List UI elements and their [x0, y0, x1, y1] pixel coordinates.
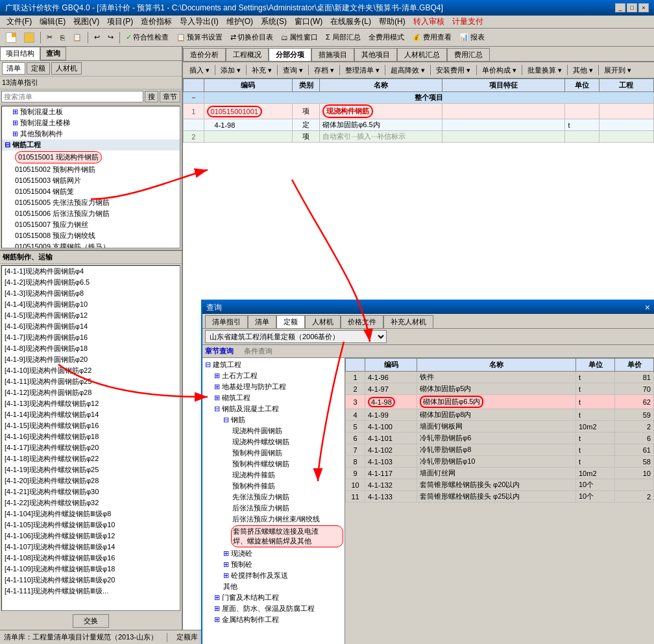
lbottom-item-18[interactable]: [4-1-18]现浇构件螺纹钢筋φ22: [2, 453, 180, 464]
menu-maintain[interactable]: 维护(O): [223, 16, 257, 28]
dialog-tab-supplement-materials[interactable]: 补充人材机: [383, 315, 433, 328]
lbottom-item-3[interactable]: [4-1-3]现浇构件圆钢筋φ8: [2, 288, 180, 299]
lbottom-item-12[interactable]: [4-1-12]现浇构件圆钢筋φ28: [2, 387, 180, 398]
lbottom-item-11[interactable]: [4-1-11]现浇构件圆钢筋φ25: [2, 376, 180, 387]
add-btn[interactable]: 添加 ▾: [217, 64, 245, 77]
dialog-tab-quota[interactable]: 定额: [276, 315, 305, 328]
tree-item-pre-conc-stair[interactable]: ⊞ 预制混凝土楼梯: [2, 117, 180, 128]
tree-item-010515004[interactable]: 010515004 钢筋笼: [2, 186, 180, 197]
tab-query[interactable]: 查询: [40, 47, 66, 60]
dialog-tree-item-steel-concrete[interactable]: ⊟ 钢筋及混凝土工程: [213, 403, 343, 414]
dialog-tree-item-pre-concrete[interactable]: ⊞ 预制砼: [222, 559, 343, 570]
lbottom-item-108[interactable]: [4-1-108]现浇构件螺旋钢筋Ⅲ级φ16: [2, 553, 180, 564]
redo-btn[interactable]: ↪: [104, 30, 117, 45]
table-row-1[interactable]: 1 010515001001 项 现浇构件钢筋: [184, 104, 654, 119]
tree-item-010515007[interactable]: 010515007 预应力钢丝: [2, 219, 180, 230]
lbottom-item-105[interactable]: [4-1-105]现浇构件螺旋钢筋Ⅲ级φ10: [2, 519, 180, 531]
dialog-tree-item-cast-round[interactable]: 现浇构件圆钢筋: [231, 425, 343, 436]
menu-review[interactable]: 转入审核: [409, 16, 448, 28]
tree-item-010515002[interactable]: 010515002 预制构件钢筋: [2, 164, 180, 175]
insert-btn[interactable]: 插入 ▾: [186, 64, 213, 77]
subtab-list[interactable]: 清单: [2, 62, 25, 75]
lbottom-item-15[interactable]: [4-1-15]现浇构件螺纹钢筋φ16: [2, 420, 180, 431]
dialog-tree-item-cast-concrete[interactable]: ⊞ 现浇砼: [222, 548, 343, 559]
dialog-tree-item-concrete-mix[interactable]: ⊞ 砼搅拌制作及泵送: [222, 570, 343, 581]
table-row-2[interactable]: 2 项 自动索引···插入···补信标示: [184, 131, 654, 143]
dialog-tab-price-file[interactable]: 价格文件: [341, 315, 383, 328]
undo-btn[interactable]: ↩: [91, 30, 103, 45]
minimize-btn[interactable]: _: [615, 3, 625, 12]
quota-library-select[interactable]: 山东省建筑工程消耗量定额（2006基价）: [205, 330, 387, 343]
subtab-materials[interactable]: 人材机: [51, 62, 82, 75]
lbottom-item-1[interactable]: [4-1-1]现浇构件圆钢筋φ4: [2, 266, 180, 277]
dialog-tree-item-metal[interactable]: ⊞ 金属结构制作工程: [213, 614, 343, 625]
dialog-row-5[interactable]: 5 4-1-100 墙面钉钢板网 10m2 2: [346, 421, 654, 433]
menu-cost-index[interactable]: 造价指标: [137, 16, 176, 28]
dialog-tree-item-cast-thread[interactable]: 现浇构件螺纹钢筋: [231, 436, 343, 447]
tree-item-010515006[interactable]: 010515006 后张法预应力钢筋: [2, 208, 180, 219]
dialog-tree-item-pre-thread[interactable]: 预制构件螺纹钢筋: [231, 459, 343, 470]
tab-fee-summary[interactable]: 费用汇总: [447, 48, 490, 61]
dialog-row-1[interactable]: 1 4-1-96 铁件 t 81: [346, 372, 654, 383]
lbottom-item-13[interactable]: [4-1-13]现浇构件螺纹钢筋φ12: [2, 398, 180, 409]
lbottom-item-110[interactable]: [4-1-110]现浇构件螺旋钢筋Ⅲ级φ20: [2, 575, 180, 586]
search-input[interactable]: [1, 91, 143, 102]
other-btn[interactable]: 其他 ▾: [569, 64, 597, 77]
lbottom-item-19[interactable]: [4-1-19]现浇构件螺纹钢筋φ25: [2, 464, 180, 475]
dialog-row-2[interactable]: 2 4-1-97 砌体加固筋φ5内 t 70: [346, 383, 654, 395]
lbottom-item-104[interactable]: [4-1-104]现浇构件螺旋钢筋Ⅲ级φ8: [2, 508, 180, 519]
exchange-button[interactable]: 交换: [73, 614, 109, 628]
new-btn[interactable]: [3, 30, 19, 45]
lbottom-item-7[interactable]: [4-1-7]现浇构件圆钢筋φ16: [2, 332, 180, 343]
menu-window[interactable]: 窗口(W): [291, 16, 326, 28]
dialog-tree-item-prestress-wire[interactable]: 后张法预应力钢丝束/钢绞线: [231, 514, 343, 525]
dialog-tree-item-sleeve[interactable]: 套筒挤压螺螺纹连接及电渣焊、螺旋桩钢筋焊及其他: [231, 525, 343, 547]
dialog-tree-item-earthwork[interactable]: ⊞ 土石方工程: [213, 370, 343, 381]
tree-item-010515008[interactable]: 010515008 预应力钢绞线: [2, 230, 180, 241]
lbottom-item-109[interactable]: [4-1-109]现浇构件螺旋钢筋Ⅲ级φ18: [2, 564, 180, 575]
dialog-tree-item-building[interactable]: ⊟ 建筑工程: [204, 359, 343, 370]
tree-item-pre-conc-slab[interactable]: ⊞ 预制混凝土板: [2, 106, 180, 117]
cut-btn[interactable]: ✂: [43, 30, 56, 45]
menu-measure[interactable]: 计量支付: [448, 16, 487, 28]
dialog-tree-item-prestress-post[interactable]: 后张法预应力钢筋: [231, 503, 343, 514]
expand-to-btn[interactable]: 展开到 ▾: [600, 64, 635, 77]
dialog-tree-item-doors[interactable]: ⊞ 门窗及木结构工程: [213, 592, 343, 603]
paste-btn[interactable]: 📋: [69, 30, 85, 45]
dialog-row-9[interactable]: 9 4-1-117 墙面钉丝网 10m2 10: [346, 468, 654, 479]
dialog-tab-list-guide[interactable]: 清单指引: [205, 315, 248, 328]
tree-item-010515009[interactable]: 010515009 支撑钢筋（铁马）: [2, 241, 180, 248]
dialog-tree-item-masonry[interactable]: ⊞ 砌筑工程: [213, 392, 343, 403]
lbottom-item-21[interactable]: [4-1-21]现浇构件螺纹钢筋φ30: [2, 486, 180, 497]
menu-edit[interactable]: 编辑(E): [36, 16, 69, 28]
dialog-tree-item-foundation[interactable]: ⊞ 地基处理与防护工程: [213, 381, 343, 392]
tab-overview[interactable]: 工程概况: [226, 48, 269, 61]
dialog-tree-item-pre-round[interactable]: 预制构件圆钢筋: [231, 447, 343, 459]
dialog-row-4[interactable]: 4 4-1-99 砌体加固筋φ8内 t 59: [346, 409, 654, 421]
dialog-row-10[interactable]: 10 4-1-132 套筒锥形螺栓钢筋接头 φ20以内 10个: [346, 479, 654, 491]
dialog-tab-materials[interactable]: 人材机: [305, 315, 341, 328]
query-btn[interactable]: 查询 ▾: [279, 64, 307, 77]
tab-cost-analysis[interactable]: 造价分析: [183, 48, 226, 61]
unit-price-btn[interactable]: 单价构成 ▾: [478, 64, 520, 77]
lbottom-item-106[interactable]: [4-1-106]现浇构件螺旋钢筋Ⅲ级φ12: [2, 531, 180, 542]
archive-btn[interactable]: 存档 ▾: [310, 64, 338, 77]
dialog-row-7[interactable]: 7 4-1-102 冷轧带肋钢筋φ8 t 61: [346, 444, 654, 456]
supplement-btn[interactable]: 补充 ▾: [248, 64, 276, 77]
tab-division[interactable]: 分部分项: [269, 48, 311, 61]
lbottom-item-16[interactable]: [4-1-16]现浇构件螺纹钢筋φ18: [2, 431, 180, 442]
tree-item-other-pre[interactable]: ⊞ 其他预制构件: [2, 128, 180, 139]
tree-item-010515003[interactable]: 010515003 钢筋网片: [2, 175, 180, 186]
lbottom-item-8[interactable]: [4-1-8]现浇构件圆钢筋φ18: [2, 343, 180, 354]
height-reduction-btn[interactable]: 超高降效 ▾: [387, 64, 429, 77]
lbottom-item-107[interactable]: [4-1-107]现浇构件螺旋钢筋Ⅲ级φ14: [2, 542, 180, 553]
dialog-row-8[interactable]: 8 4-1-103 冷轧带肋钢筋φ10 t 58: [346, 456, 654, 468]
table-row-1-sub[interactable]: 4-1-98 定 砌体加固筋φ6.5内 t: [184, 119, 654, 131]
tree-item-010515005[interactable]: 010515005 先张法预应力钢筋: [2, 197, 180, 208]
close-btn[interactable]: ×: [638, 3, 649, 12]
maximize-btn[interactable]: □: [627, 3, 637, 12]
tab-project-structure[interactable]: 项目结构: [0, 47, 40, 60]
dialog-tree-item-rebar[interactable]: ⊟ 钢筋: [222, 414, 343, 425]
menu-project[interactable]: 项目(P): [103, 16, 137, 28]
lbottom-item-2[interactable]: [4-1-2]现浇构件圆钢筋φ6.5: [2, 277, 180, 288]
